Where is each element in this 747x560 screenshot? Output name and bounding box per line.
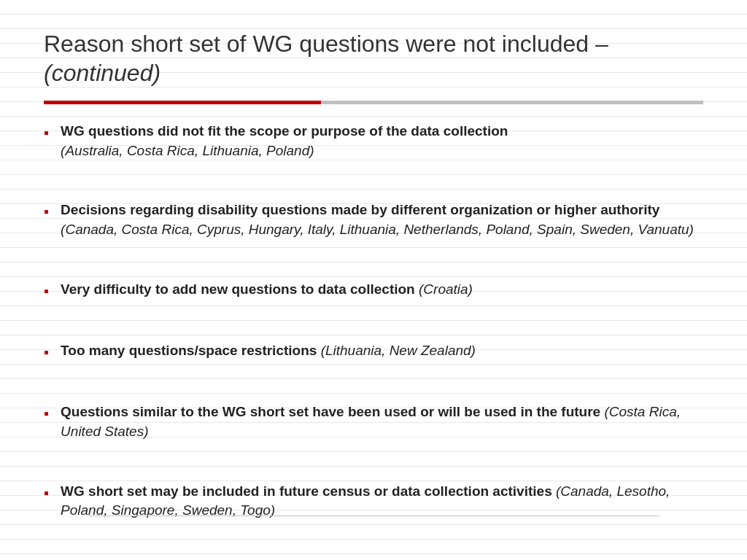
bullet-bold: Questions similar to the WG short set ha… xyxy=(61,404,600,419)
bullet-bold: WG short set may be included in future c… xyxy=(61,483,552,499)
slide-title: Reason short set of WG questions were no… xyxy=(44,29,703,88)
list-item: ▪ Too many questions/space restrictions … xyxy=(44,338,703,365)
bullet-text: WG questions did not fit the scope or pu… xyxy=(61,122,508,160)
bottom-divider xyxy=(88,516,659,516)
list-item: ▪ WG questions did not fit the scope or … xyxy=(44,119,703,163)
divider xyxy=(44,101,703,104)
divider-gray xyxy=(321,101,703,104)
bullet-text: Very difficulty to add new questions to … xyxy=(61,280,473,300)
list-item: ▪ Questions similar to the WG short set … xyxy=(44,400,703,444)
bullet-bold: Too many questions/space restrictions xyxy=(61,343,317,358)
bullet-text: Too many questions/space restrictions (L… xyxy=(61,341,476,361)
title-area: Reason short set of WG questions were no… xyxy=(44,29,703,95)
list-item: ▪ Very difficulty to add new questions t… xyxy=(44,277,703,304)
bullet-marker: ▪ xyxy=(44,483,49,503)
bullet-list: ▪ WG questions did not fit the scope or … xyxy=(44,119,703,531)
bullet-text: Questions similar to the WG short set ha… xyxy=(61,402,703,441)
bullet-bold: Very difficulty to add new questions to … xyxy=(61,281,415,297)
bullet-bold: Decisions regarding disability questions… xyxy=(61,202,659,217)
bullet-marker: ▪ xyxy=(44,342,49,362)
bullet-marker: ▪ xyxy=(44,201,49,222)
bullet-italic: (Canada, Costa Rica, Cyprus, Hungary, It… xyxy=(61,222,694,237)
slide-content: Reason short set of WG questions were no… xyxy=(44,29,703,531)
title-line1: Reason short set of WG questions were no… xyxy=(44,31,608,57)
bullet-italic: (Croatia) xyxy=(419,281,473,297)
bullet-text: Decisions regarding disability questions… xyxy=(61,201,703,239)
divider-red xyxy=(44,101,321,104)
bullet-marker: ▪ xyxy=(44,281,49,301)
bullet-italic: (Lithuania, New Zealand) xyxy=(321,343,476,358)
bullet-marker: ▪ xyxy=(44,122,49,143)
slide: Reason short set of WG questions were no… xyxy=(0,0,747,560)
bullet-marker: ▪ xyxy=(44,403,49,424)
title-line2: (continued) xyxy=(44,60,160,86)
bullet-bold: WG questions did not fit the scope or pu… xyxy=(61,123,508,139)
list-item: ▪ Decisions regarding disability questio… xyxy=(44,198,703,242)
bullet-italic: (Australia, Costa Rica, Lithuania, Polan… xyxy=(61,143,314,158)
list-item: ▪ WG short set may be included in future… xyxy=(44,479,703,524)
